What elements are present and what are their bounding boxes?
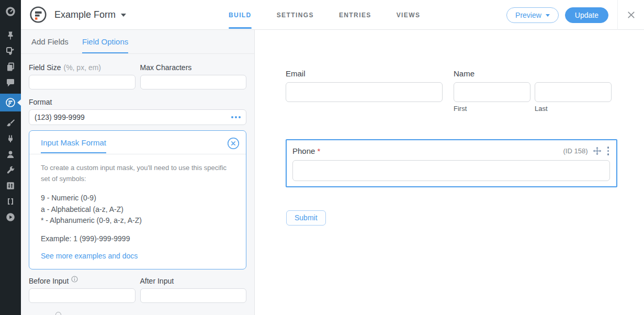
- formidable-icon: [5, 97, 16, 108]
- sidebar-item-dashboard[interactable]: [0, 4, 21, 19]
- panel-tabs: Add Fields Field Options: [21, 30, 254, 54]
- panel-body: Field Size (%, px, em) Max Characters Fo…: [21, 54, 254, 303]
- phone-input[interactable]: [292, 160, 610, 181]
- sidebar-item-posts[interactable]: [0, 28, 21, 43]
- field-size-label-text: Field Size: [29, 63, 61, 72]
- before-input-label: Before Input: [29, 277, 135, 285]
- mask-symbols-list: 9 - Numeric (0-9) a - Alphabetical (a-z,…: [41, 193, 235, 227]
- sidebar-item-pages[interactable]: [0, 59, 21, 75]
- required-asterisk: *: [317, 147, 320, 155]
- formidable-logo-icon: [29, 6, 47, 24]
- after-input-group: After Input: [140, 277, 247, 303]
- first-name-sublabel: First: [454, 105, 530, 113]
- max-characters-group: Max Characters: [140, 63, 247, 89]
- format-group: Format: [29, 98, 246, 125]
- after-input-field[interactable]: [140, 288, 247, 303]
- email-field-block[interactable]: Email: [286, 69, 443, 113]
- pushpin-posts-icon: [5, 30, 16, 41]
- header-tabs: BUILD SETTINGS ENTRIES VIEWS: [229, 0, 420, 30]
- email-input[interactable]: [286, 82, 443, 102]
- after-input-label: After Input: [140, 277, 247, 285]
- phone-label-text: Phone: [292, 147, 315, 155]
- field-size-label: Field Size (%, px, em): [29, 63, 135, 72]
- plugins-plug-icon: [5, 133, 16, 144]
- play-icon: [5, 212, 16, 222]
- form-title: Example Form: [54, 9, 116, 20]
- settings-panel-icon: [5, 181, 16, 191]
- last-name-input[interactable]: [535, 82, 612, 102]
- chevron-down-icon: [121, 14, 126, 17]
- mask-symbol-numeric: 9 - Numeric (0-9): [41, 193, 235, 204]
- input-mask-popup-body: To create a custom input mask, you'll ne…: [29, 154, 246, 269]
- before-input-group: Before Input: [29, 277, 135, 303]
- tab-add-fields[interactable]: Add Fields: [31, 30, 69, 53]
- dashboard-icon: [5, 6, 16, 17]
- info-icon: [55, 312, 61, 315]
- field-id-badge: (ID 158): [563, 147, 588, 155]
- field-size-hint: (%, px, em): [63, 63, 101, 72]
- mask-symbol-alphanumeric: * - Alphanumeric (0-9, a-z, A-Z): [41, 215, 235, 227]
- max-characters-label: Max Characters: [140, 63, 247, 72]
- field-size-input[interactable]: [29, 75, 135, 89]
- preview-button-label: Preview: [515, 11, 541, 19]
- close-circle-icon: [227, 137, 240, 150]
- ellipsis-icon[interactable]: [231, 116, 241, 118]
- tab-build[interactable]: BUILD: [229, 0, 252, 30]
- sidebar-item-comments[interactable]: [0, 75, 21, 91]
- name-field-block[interactable]: Name First Last: [454, 69, 612, 113]
- info-icon[interactable]: [71, 276, 78, 283]
- max-characters-input[interactable]: [140, 75, 247, 89]
- sidebar-item-appearance[interactable]: [0, 115, 21, 131]
- media-icon: [5, 46, 16, 57]
- input-mask-popup: Input Mask Format To create a custom inp…: [29, 130, 246, 269]
- input-mask-popup-header: Input Mask Format: [29, 131, 246, 154]
- sidebar-item-users[interactable]: [0, 147, 21, 162]
- phone-label: Phone*: [292, 147, 320, 155]
- update-button[interactable]: Update: [565, 7, 608, 23]
- pages-icon: [5, 62, 16, 72]
- email-label: Email: [286, 69, 443, 78]
- close-area: [617, 0, 644, 30]
- submit-button[interactable]: Submit: [286, 210, 326, 226]
- preview-button[interactable]: Preview: [506, 7, 559, 23]
- mask-example-text: Example: 1 (999)-999-9999: [41, 234, 235, 243]
- users-icon: [5, 149, 16, 160]
- sidebar-item-media[interactable]: [0, 43, 21, 59]
- mask-intro-text: To create a custom input mask, you'll ne…: [41, 162, 235, 185]
- tab-field-options[interactable]: Field Options: [82, 30, 128, 53]
- close-icon: [626, 10, 636, 20]
- last-name-sublabel: Last: [535, 105, 612, 113]
- wp-admin-sidebar: [0, 0, 21, 315]
- mask-symbol-alphabetical: a - Alphabetical (a-z, A-Z): [41, 204, 235, 216]
- builder-header: Example Form BUILD SETTINGS ENTRIES VIEW…: [21, 0, 644, 30]
- popup-close-button[interactable]: [227, 137, 240, 150]
- sidebar-item-formidable[interactable]: [0, 94, 21, 111]
- field-size-group: Field Size (%, px, em): [29, 63, 135, 89]
- header-actions: Preview Update: [506, 0, 608, 30]
- sidebar-item-settings[interactable]: [0, 178, 21, 194]
- phone-field-selected[interactable]: Phone* (ID 158): [286, 139, 617, 187]
- see-more-docs-link[interactable]: See more examples and docs: [41, 252, 138, 260]
- comments-icon: [5, 77, 16, 88]
- tools-wrench-icon: [5, 165, 16, 175]
- format-label: Format: [29, 98, 246, 106]
- first-name-input[interactable]: [454, 82, 530, 102]
- brackets-icon: [5, 196, 16, 207]
- chevron-down-icon: [546, 14, 550, 17]
- move-icon[interactable]: [593, 147, 602, 155]
- format-input[interactable]: [29, 109, 246, 125]
- tab-entries[interactable]: ENTRIES: [339, 0, 371, 30]
- input-mask-popup-title: Input Mask Format: [41, 138, 106, 153]
- sidebar-item-tools[interactable]: [0, 162, 21, 178]
- close-button[interactable]: [624, 8, 638, 22]
- sidebar-item-plugins[interactable]: [0, 131, 21, 147]
- tab-settings[interactable]: SETTINGS: [277, 0, 314, 30]
- kebab-menu-icon[interactable]: [606, 145, 611, 156]
- before-input-label-text: Before Input: [29, 277, 69, 285]
- sidebar-item-brackets[interactable]: [0, 194, 21, 209]
- tab-views[interactable]: VIEWS: [397, 0, 421, 30]
- form-title-dropdown[interactable]: Example Form: [54, 9, 126, 20]
- sidebar-item-play[interactable]: [0, 209, 21, 225]
- field-options-panel: Add Fields Field Options Field Size (%, …: [21, 30, 255, 315]
- before-input-field[interactable]: [29, 288, 135, 303]
